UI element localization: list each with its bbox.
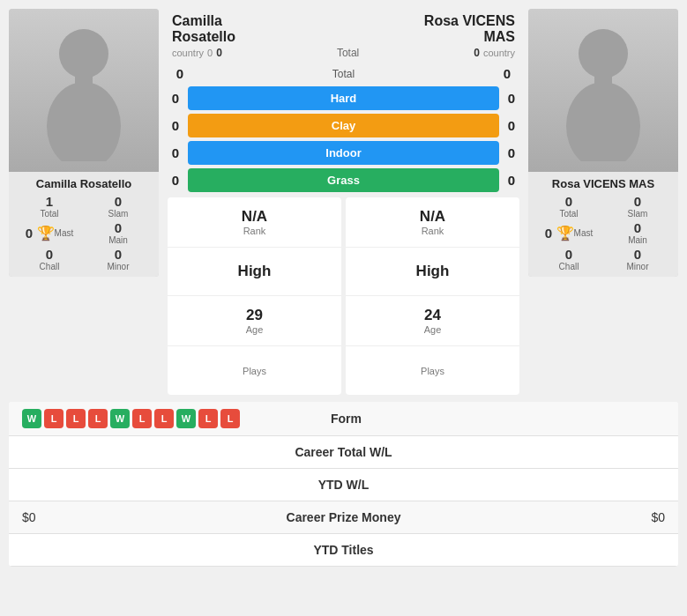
player1-country-label: country (172, 48, 204, 58)
player1-slam-value: 0 (85, 194, 152, 209)
player2-chall-label: Chall (535, 262, 602, 271)
hard-score-right: 0 (504, 91, 519, 106)
player2-minor-label: Minor (604, 262, 671, 271)
player2-mast-label: Mast (574, 228, 594, 238)
form-label: Form (240, 412, 452, 426)
player1-info-card: N/A Rank High 29 Age Plays (168, 197, 341, 395)
indoor-score-right: 0 (504, 145, 519, 160)
player2-mast-value: 0 (545, 226, 552, 241)
player2-photo-block: Rosa VICENS MAS 0 Total 0 Slam 0 🏆 Mast (528, 9, 678, 277)
grass-score-row: 0 Grass 0 (168, 168, 519, 192)
player2-center-name: Rosa VICENS MAS (424, 13, 515, 45)
player1-slam-label: Slam (85, 209, 152, 219)
total-score-row: 0 Total 0 (168, 64, 519, 83)
total-score-left: 0 (172, 66, 188, 81)
grass-surface-btn[interactable]: Grass (188, 168, 499, 192)
svg-point-4 (566, 82, 640, 161)
form-row: WLLLWLLWLL Form (9, 402, 678, 436)
player2-age-value: 24 (424, 307, 441, 324)
center-names-row: Camilla Rosatello Rosa VICENS MAS (163, 9, 524, 47)
form-badges: WLLLWLLWLL (22, 409, 240, 428)
player2-chall-value: 0 (535, 247, 602, 262)
player2-mast-stat: 0 🏆 Mast (535, 220, 602, 245)
player1-minor-value: 0 (85, 247, 152, 262)
hard-surface-btn[interactable]: Hard (188, 86, 499, 110)
form-badge-4: W (110, 409, 130, 428)
player2-silhouette-icon (550, 20, 656, 161)
player1-mast-value: 0 (26, 226, 33, 241)
player1-age-label: Age (246, 324, 264, 335)
grass-score-right: 0 (504, 173, 519, 188)
player1-main-label: Main (85, 235, 152, 245)
prize-money-row: $0 Career Prize Money $0 (9, 501, 678, 534)
clay-score-row: 0 Clay 0 (168, 114, 519, 137)
prize-money-label: Career Prize Money (128, 510, 559, 524)
player1-chall-stat: 0 Chall (16, 247, 83, 271)
indoor-score-row: 0 Indoor 0 (168, 141, 519, 165)
player1-main-value: 0 (85, 220, 152, 235)
grass-score-left: 0 (168, 173, 183, 188)
form-badge-8: L (198, 409, 218, 428)
player2-age-label: Age (424, 324, 442, 335)
score-rows: 0 Total 0 0 Hard 0 0 Clay 0 (163, 63, 524, 194)
player2-rank-row: N/A Rank (346, 197, 519, 248)
center-area: Camilla Rosatello Rosa VICENS MAS countr… (163, 9, 524, 395)
player1-high-row: High (168, 248, 341, 296)
player1-photo-block: Camilla Rosatello 1 Total 0 Slam 0 🏆 Mas… (9, 9, 159, 277)
form-badge-5: L (132, 409, 152, 428)
player2-country: 0 country (474, 47, 515, 59)
player1-center-name: Camilla Rosatello (172, 13, 235, 45)
player1-plays-row: Plays (168, 346, 341, 395)
player2-plays-row: Plays (346, 346, 519, 395)
player2-main-label: Main (604, 235, 671, 245)
player2-total-stat: 0 Total (535, 194, 602, 219)
player2-slam-label: Slam (604, 209, 671, 219)
player2-main-value: 0 (604, 220, 671, 235)
svg-point-1 (47, 82, 121, 161)
player1-mast-label: Mast (55, 228, 74, 238)
form-badge-9: L (220, 409, 240, 428)
player1-country: country 0 0 (172, 47, 222, 59)
ytd-wl-label: YTD W/L (128, 478, 559, 492)
total-label: Total (192, 68, 495, 80)
total-score-right: 0 (499, 66, 515, 81)
player2-rank-value: N/A (420, 208, 445, 226)
player1-trophy-icon: 🏆 (37, 225, 55, 241)
player2-total-value: 0 (535, 194, 602, 209)
player1-total-label: Total (16, 209, 83, 219)
clay-surface-btn[interactable]: Clay (188, 114, 499, 137)
player2-total-score: 0 (474, 47, 480, 59)
player2-country-label: country (483, 48, 515, 58)
player1-photo (9, 9, 159, 172)
total-label-center: Total (337, 47, 359, 59)
career-total-label: Career Total W/L (128, 445, 559, 459)
form-badge-7: W (176, 409, 196, 428)
player1-total-value: 1 (16, 194, 83, 209)
form-badge-0: W (22, 409, 41, 428)
player1-stats-grid: 1 Total 0 Slam 0 🏆 Mast 0 Main (14, 194, 153, 271)
player1-rank-label: Rank (243, 226, 266, 236)
player2-slam-stat: 0 Slam (604, 194, 671, 219)
player1-high-value: High (238, 263, 272, 280)
player1-country-text: 0 (207, 48, 213, 58)
player1-rank-value: N/A (242, 208, 267, 226)
player1-chall-value: 0 (16, 247, 83, 262)
form-badge-6: L (154, 409, 174, 428)
svg-point-3 (579, 29, 628, 78)
country-flags-row: country 0 0 Total 0 country (163, 47, 524, 63)
player2-rank-label: Rank (422, 226, 444, 236)
top-section: Camilla Rosatello 1 Total 0 Slam 0 🏆 Mas… (9, 9, 678, 395)
player2-high-row: High (346, 248, 519, 296)
indoor-surface-btn[interactable]: Indoor (188, 141, 499, 165)
player1-age-row: 29 Age (168, 296, 341, 346)
player2-chall-stat: 0 Chall (535, 247, 602, 271)
indoor-score-left: 0 (168, 145, 183, 160)
career-total-row: Career Total W/L (9, 436, 678, 469)
player2-plays-label: Plays (421, 366, 444, 376)
player1-mast-stat: 0 🏆 Mast (16, 220, 83, 245)
info-cards-area: N/A Rank High 29 Age Plays (163, 194, 524, 395)
player2-age-row: 24 Age (346, 296, 519, 346)
form-badge-2: L (66, 409, 86, 428)
player2-trophy-icon: 🏆 (556, 225, 574, 241)
bottom-section: WLLLWLLWLL Form Career Total W/L YTD W/L… (9, 402, 678, 567)
